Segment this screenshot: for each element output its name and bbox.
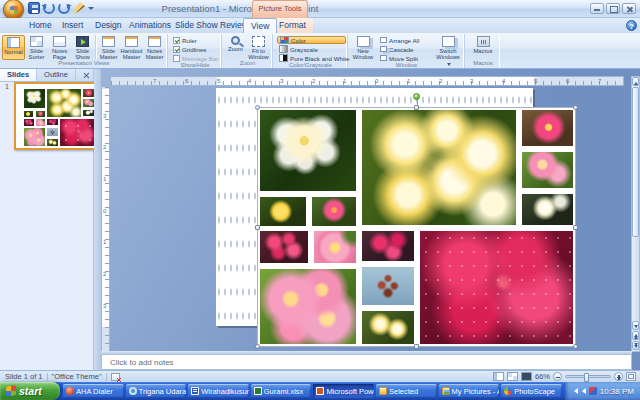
slides-panel-tabs: Slides Outline (0, 69, 93, 82)
tray-collapse-chevron-icon[interactable] (571, 388, 578, 394)
ribbon-group-color-grayscale: Color Grayscale Pure Black and White Col… (274, 34, 348, 68)
move-split-button[interactable]: Move Split (378, 54, 433, 62)
zoom-in-button[interactable] (614, 372, 623, 381)
cascade-button[interactable]: Cascade (378, 45, 433, 53)
taskbar-button-trigana-udara[interactable]: Trigana Udara -... (126, 384, 187, 398)
resize-handle-top[interactable] (414, 105, 419, 110)
office-button[interactable] (3, 0, 24, 20)
resize-handle-left[interactable] (255, 225, 260, 230)
scroll-up-button[interactable] (632, 77, 639, 86)
resize-handle-top-left[interactable] (255, 105, 260, 110)
scrollbar-thumb[interactable] (632, 87, 639, 237)
notes-page-icon (53, 36, 66, 47)
title-bar: Presentation1 - Microsoft PowerPoint Pic… (0, 0, 640, 18)
selected-picture-collage[interactable] (258, 108, 575, 346)
checkbox-unchecked-icon (173, 55, 180, 62)
taskbar-button-selected[interactable]: Selected (376, 384, 437, 398)
taskbar-button-wirahadikusum[interactable]: Wirahadikusum... (188, 384, 249, 398)
arrange-all-button[interactable]: Arrange All (378, 36, 433, 44)
resize-handle-right[interactable] (573, 225, 578, 230)
previous-slide-button[interactable] (632, 331, 639, 340)
zoom-slider[interactable] (565, 375, 611, 378)
group-label: Presentation Views (1, 60, 167, 68)
zoom-percent[interactable]: 66% (535, 372, 550, 381)
zoom-out-button[interactable] (553, 372, 562, 381)
resize-handle-bottom-left[interactable] (255, 344, 260, 349)
tab-outline[interactable]: Outline (37, 69, 76, 81)
quick-access-toolbar (28, 2, 96, 14)
grayscale-button[interactable]: Grayscale (277, 45, 346, 53)
gridlines-checkbox[interactable]: Gridlines (173, 45, 220, 53)
help-button[interactable]: ? (626, 20, 637, 31)
ruler-checkbox[interactable]: Ruler (173, 36, 220, 44)
close-panel-icon[interactable] (82, 71, 91, 80)
panel-splitter[interactable] (94, 69, 101, 370)
switch-windows-button[interactable]: Switch Windows (433, 35, 463, 60)
window-title: Presentation1 - Microsoft PowerPoint (115, 3, 365, 14)
slide-sorter-button[interactable]: Slide Sorter (25, 35, 48, 60)
taskbar-button-microsoft-powerpoint[interactable]: Microsoft Power... (313, 384, 374, 398)
slides-panel: Slides Outline 1 (0, 69, 94, 370)
group-label: Color/Grayscale (274, 62, 347, 69)
normal-view-button[interactable]: Normal (2, 35, 25, 60)
theme-name[interactable]: "Office Theme" (52, 372, 102, 381)
slide-show-button[interactable]: Slide Show (71, 35, 94, 60)
start-button[interactable]: start (0, 382, 60, 400)
fit-to-window-button[interactable]: Fit to Window (247, 35, 270, 60)
tab-view[interactable]: View (243, 18, 277, 33)
minimize-button[interactable] (590, 3, 604, 14)
tray-collapse-chevron-icon[interactable] (579, 388, 586, 394)
notes-pane[interactable]: Click to add notes (101, 354, 632, 370)
normal-view-shortcut[interactable] (493, 372, 504, 381)
tab-insert[interactable]: Insert (55, 18, 90, 33)
zoom-slider-thumb[interactable] (584, 373, 589, 382)
vertical-scrollbar[interactable] (631, 76, 640, 352)
aha-dialer-icon (66, 387, 74, 395)
resize-handle-bottom[interactable] (414, 344, 419, 349)
slide-show-shortcut[interactable] (521, 372, 532, 381)
zoom-button[interactable]: Zoom (224, 35, 247, 60)
spelling-status-icon[interactable] (111, 373, 120, 381)
tab-format[interactable]: Format (272, 18, 313, 33)
tab-home[interactable]: Home (22, 18, 59, 33)
slide-1-thumbnail[interactable] (14, 82, 97, 150)
slide-editing-area[interactable] (110, 86, 632, 352)
macros-icon (477, 36, 490, 47)
close-button[interactable] (622, 3, 636, 14)
save-icon[interactable] (28, 2, 40, 14)
notes-page-button[interactable]: Notes Page (48, 35, 71, 60)
taskbar-button-aha-dialer[interactable]: AHA Dialer (63, 384, 124, 398)
taskbar-button-my-pictures[interactable]: My Pictures - A... (439, 384, 500, 398)
checkbox-checked-icon (173, 46, 180, 53)
slide-indicator[interactable]: Slide 1 of 1 (5, 372, 43, 381)
black-white-swatch-icon (279, 54, 288, 62)
slide-sorter-shortcut[interactable] (507, 372, 518, 381)
tray-app-icon[interactable] (589, 387, 597, 395)
windows-taskbar: start AHA Dialer Trigana Udara -... Wira… (0, 382, 640, 400)
rotation-handle[interactable] (413, 93, 420, 100)
resize-handle-bottom-right[interactable] (573, 344, 578, 349)
fit-slide-to-window-button[interactable] (626, 372, 636, 381)
repeat-icon[interactable] (58, 2, 70, 14)
tab-slides[interactable]: Slides (0, 69, 37, 81)
macros-button[interactable]: Macros (472, 35, 495, 60)
slide-master-button[interactable]: Slide Master (97, 35, 120, 60)
photo-pink-plumeria-raindrops-large (418, 229, 575, 346)
taskbar-button-photoscape[interactable]: PhotoScape (501, 384, 562, 398)
new-window-button[interactable]: New Window (350, 35, 376, 60)
taskbar-button-gurami-xlsx[interactable]: Gurami.xlsx (251, 384, 312, 398)
checkbox-checked-icon (173, 37, 180, 44)
pen-icon[interactable] (73, 2, 85, 14)
resize-handle-top-right[interactable] (573, 105, 578, 110)
scroll-down-button[interactable] (632, 321, 639, 330)
notes-master-button[interactable]: Notes Master (143, 35, 166, 60)
pure-black-white-button[interactable]: Pure Black and White (277, 54, 346, 62)
customize-qat-dropdown-icon[interactable] (88, 2, 96, 14)
color-button[interactable]: Color (277, 36, 346, 44)
restore-button[interactable] (606, 3, 620, 14)
handout-master-button[interactable]: Handout Master (120, 35, 143, 60)
photo-flower-buds-blue-sky (360, 265, 416, 307)
undo-icon[interactable] (43, 2, 55, 14)
new-window-icon (357, 36, 370, 47)
next-slide-button[interactable] (632, 341, 639, 350)
